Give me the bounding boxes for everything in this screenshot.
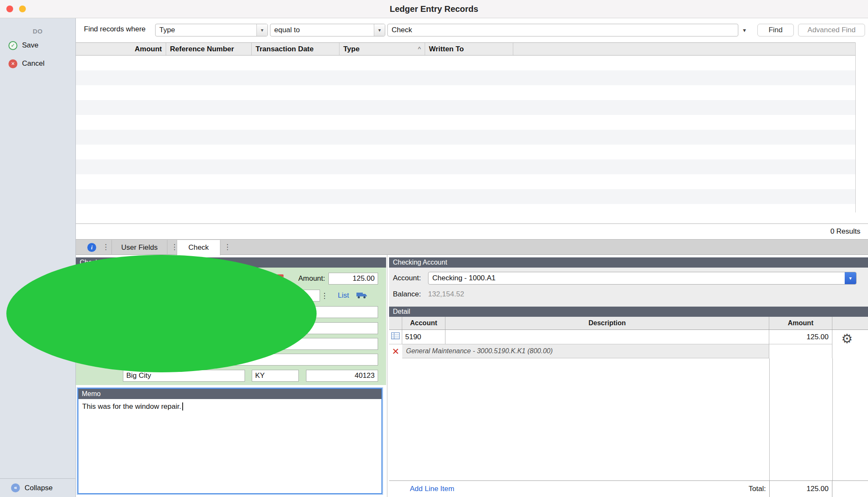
window-title: Ledger Entry Records [0,0,868,18]
find-records-label: Find records where [84,25,146,34]
sidebar-heading: DO [0,28,75,35]
account-select[interactable]: Checking - 1000.A1 ▾ [428,272,857,285]
tab-bar: i ⋮ User Fields ⋮ Check ⋮ [76,239,868,255]
sort-ascending-icon: ^ [418,45,421,53]
save-button[interactable]: ✓ Save [8,40,39,51]
checking-account-panel: Account: Checking - 1000.A1 ▾ Balance: 1… [389,268,868,307]
detail-column-line [832,358,833,480]
collapse-chevrons-icon: « [11,483,20,492]
detail-total-row: Add Line Item Total: 125.00 [389,480,868,497]
chevron-down-icon: ▾ [256,24,267,36]
total-label: Total: [643,481,766,497]
column-header-reference-number[interactable]: Reference Number [166,43,252,55]
panel-divider [387,255,387,497]
delete-x-icon: ✕ [392,346,400,357]
expense-account-note: General Maintenance - 3000.5190.K.K1 (80… [402,344,769,358]
delete-line-item-button[interactable]: ✕ [389,344,402,358]
line-item-description-cell[interactable] [445,330,769,344]
line-item-amount-cell[interactable]: 125.00 [769,330,832,344]
tab-user-fields[interactable]: User Fields [111,240,167,255]
total-value: 125.00 [769,481,832,497]
advanced-find-button[interactable]: Advanced Find [798,24,865,36]
drag-dots-icon[interactable]: ⋮ [171,240,178,254]
results-list[interactable] [76,56,855,212]
text-cursor [182,402,183,410]
app-window: Ledger Entry Records DO ✓ Save ✕ Cancel … [0,0,868,497]
checking-account-panel-header: Checking Account [389,257,868,268]
find-field-value: Type [156,26,256,34]
vendor-options-dots-icon[interactable]: ⋮ [321,290,328,302]
sidebar: DO ✓ Save ✕ Cancel « Collapse [0,18,76,497]
column-header-written-to[interactable]: Written To [425,43,513,55]
drag-dots-icon[interactable]: ⋮ [102,240,109,254]
detail-table-header: Account Description Amount [389,317,868,330]
cancel-label: Cancel [22,59,45,68]
find-history-dropdown-icon[interactable]: ▾ [743,24,746,36]
collapse-label: Collapse [25,484,53,492]
column-header-amount[interactable]: Amount [76,43,166,55]
find-button[interactable]: Find [757,24,794,36]
memo-panel-header: Memo [78,389,381,399]
detail-expense-note-row: ✕ General Maintenance - 3000.5190.K.K1 (… [389,344,868,358]
amount-input[interactable] [328,273,378,285]
detail-panel-header: Detail [389,307,868,317]
detail-actions-column-header [832,317,868,329]
find-operator-select[interactable]: equal to ▾ [270,24,385,36]
window-close-button[interactable] [6,6,13,12]
memo-panel: Memo This was for the window repair. [78,388,382,494]
account-label: Account: [393,272,421,285]
collapse-button[interactable]: « Collapse [0,478,75,497]
add-line-item-link[interactable]: Add Line Item [410,481,454,497]
account-lookup-cell[interactable] [389,330,402,344]
zip-input[interactable] [306,370,378,382]
detail-account-column-header: Account [402,317,445,329]
detail-line-item-row: 5190 125.00 [389,330,868,344]
window-zoom-button[interactable] [6,255,317,372]
truck-icon [356,291,367,301]
find-operator-value: equal to [270,26,374,34]
account-select-value: Checking - 1000.A1 [428,274,845,282]
column-header-filler [513,43,855,55]
window-minimize-button[interactable] [19,6,26,12]
gear-icon[interactable]: ⚙ [841,332,853,345]
detail-amount-column-header: Amount [769,317,832,329]
memo-text: This was for the window repair. [82,402,181,410]
state-input[interactable] [252,370,299,382]
window-controls [6,6,26,12]
chevron-down-icon: ▾ [374,24,385,36]
detail-icon-column-header [389,317,402,329]
results-scrollbar[interactable] [855,42,868,212]
results-header: Amount Reference Number Transaction Date… [76,42,855,56]
save-label: Save [22,41,39,50]
detail-description-column-header: Description [445,317,769,329]
results-count: 0 Results [76,223,868,239]
column-header-transaction-date[interactable]: Transaction Date [252,43,339,55]
find-value-input[interactable] [387,24,738,36]
chevron-down-icon: ▾ [845,272,856,284]
column-header-type[interactable]: Type ^ [339,43,425,55]
drag-dots-icon[interactable]: ⋮ [224,240,231,254]
detail-column-line [769,358,770,480]
expense-note-amount-cell [769,344,832,358]
tab-check[interactable]: Check [177,240,220,255]
balance-label: Balance: [393,290,421,299]
balance-value: 132,154.52 [428,290,464,299]
ledger-book-icon [391,332,400,341]
title-bar: Ledger Entry Records [0,0,868,18]
line-item-account-cell[interactable]: 5190 [402,330,445,344]
vendor-list-link[interactable]: List [338,290,349,302]
memo-textarea[interactable]: This was for the window repair. [78,399,381,484]
cancel-x-icon: ✕ [8,59,17,68]
save-check-icon: ✓ [8,41,17,50]
find-field-select[interactable]: Type ▾ [155,24,268,36]
cancel-button[interactable]: ✕ Cancel [8,58,45,69]
info-icon[interactable]: i [87,243,96,252]
